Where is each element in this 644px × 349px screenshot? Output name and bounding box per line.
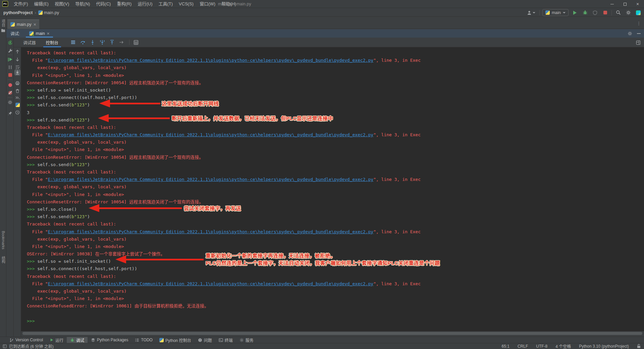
- soft-wrap-button[interactable]: [15, 64, 20, 70]
- horizontal-scrollbar[interactable]: [22, 332, 642, 335]
- debug-settings-button[interactable]: [7, 100, 13, 105]
- tool-window-button-Version Control[interactable]: Version Control: [6, 337, 46, 343]
- console-text: >>>: [27, 117, 37, 122]
- resume-program-button[interactable]: [7, 57, 13, 62]
- menu-item-编辑(E)[interactable]: 编辑(E): [31, 0, 52, 8]
- down-stack-frame-button[interactable]: [15, 57, 20, 62]
- close-icon[interactable]: ×: [47, 32, 50, 36]
- breadcrumb-project[interactable]: pythonProject: [3, 10, 33, 15]
- console-text: Traceback (most recent call last):: [27, 169, 116, 174]
- tool-window-settings-gear-icon[interactable]: [628, 31, 632, 36]
- hide-tool-window-icon[interactable]: [637, 33, 641, 34]
- traceback-file-link[interactable]: E:\program files\JetBrains\PyCharm Commu…: [48, 58, 374, 63]
- menu-item-视图(V)[interactable]: 视图(V): [52, 0, 72, 8]
- smart-step-into-button[interactable]: [99, 39, 106, 46]
- console-history-button[interactable]: [15, 110, 20, 115]
- sidebar-item-project[interactable]: 项目: [0, 19, 6, 33]
- console-line: >>> self.so.send(b"123"): [27, 213, 644, 220]
- menu-item-工具(T)[interactable]: 工具(T): [155, 0, 176, 8]
- stop-button[interactable]: [601, 9, 609, 16]
- view-breakpoints-button[interactable]: [7, 82, 13, 88]
- step-over-button[interactable]: [79, 39, 86, 46]
- rerun-button[interactable]: [7, 40, 13, 45]
- pycharm-logo-button[interactable]: [635, 9, 642, 16]
- menu-item-代码(C)[interactable]: 代码(C): [93, 0, 114, 8]
- sidebar-item-bookmarks[interactable]: Bookmarks: [0, 231, 6, 249]
- status-item[interactable]: 4 个空格: [555, 343, 571, 349]
- python-packages-button[interactable]: [15, 102, 20, 107]
- console-text: b"123": [71, 162, 87, 167]
- close-button[interactable]: ×: [631, 0, 644, 8]
- minimize-icon: [610, 4, 614, 4]
- step-into-button[interactable]: [89, 39, 96, 46]
- tab-调试器[interactable]: 调试器: [20, 38, 39, 47]
- status-message[interactable]: 已到达断点 (6 分钟 之前): [9, 343, 54, 349]
- search-everywhere-button[interactable]: [614, 9, 622, 16]
- title-bar: PC 文件(F)编辑(E)视图(V)导航(N)代码(C)重构(R)运行(U)工具…: [0, 0, 644, 8]
- menu-item-重构(R)[interactable]: 重构(R): [114, 0, 135, 8]
- modify-run-configuration-button[interactable]: [7, 48, 13, 53]
- minimize-button[interactable]: [606, 0, 619, 8]
- tab-options-icon[interactable]: ⋮: [637, 21, 641, 26]
- print-button[interactable]: [15, 81, 20, 86]
- debug-session-tab[interactable]: main ×: [26, 29, 53, 38]
- scroll-to-end-button[interactable]: [15, 70, 20, 75]
- tool-window-button-Python Packages[interactable]: Python Packages: [88, 337, 131, 343]
- menu-item-导航(N)[interactable]: 导航(N): [72, 0, 93, 8]
- tool-window-button-Python 控制台[interactable]: Python 控制台: [156, 337, 195, 343]
- up-stack-frame-button[interactable]: [15, 49, 20, 54]
- close-icon[interactable]: ×: [34, 22, 36, 27]
- debug-button[interactable]: [581, 9, 589, 16]
- lock-icon[interactable]: [637, 344, 641, 348]
- clear-console-button[interactable]: [15, 88, 20, 94]
- run-configuration-select[interactable]: main: [542, 9, 569, 16]
- console-menu-button[interactable]: [70, 39, 76, 46]
- sidebar-item-structure[interactable]: 结构: [0, 256, 6, 263]
- console-text: ", line 3, in Exec: [373, 281, 421, 286]
- annotation-text-1: 这里发送成功后断开网线: [162, 100, 219, 107]
- run-with-coverage-button[interactable]: [591, 9, 599, 16]
- run-button[interactable]: [571, 9, 579, 16]
- tool-window-button-运行[interactable]: 运行: [46, 337, 67, 343]
- run-to-cursor-button[interactable]: [118, 39, 125, 46]
- status-item[interactable]: UTF-8: [536, 344, 547, 349]
- layout-settings-icon[interactable]: [636, 40, 641, 45]
- debug-console-output[interactable]: Traceback (most recent call last): File …: [21, 47, 644, 331]
- menu-item-窗口(W)[interactable]: 窗口(W): [197, 0, 218, 8]
- tool-window-button-TODO[interactable]: TODO: [131, 337, 156, 343]
- status-item[interactable]: Python 3.10 (pythonProject): [579, 344, 629, 349]
- tool-window-switcher-icon[interactable]: [3, 344, 7, 348]
- stop-process-button[interactable]: [7, 72, 13, 78]
- pause-program-button[interactable]: [7, 64, 13, 70]
- python-file-icon: [10, 22, 15, 27]
- breadcrumb-file[interactable]: main.py: [44, 10, 59, 15]
- step-out-button[interactable]: [109, 39, 115, 46]
- menu-item-VCS(S)[interactable]: VCS(S): [176, 0, 197, 8]
- menu-item-运行(U)[interactable]: 运行(U): [135, 0, 155, 8]
- debug-header-label: 调试:: [10, 30, 20, 37]
- traceback-file-link[interactable]: E:\program files\JetBrains\PyCharm Commu…: [48, 281, 374, 286]
- pin-tab-button[interactable]: [7, 111, 13, 116]
- tab-控制台[interactable]: 控制台: [43, 38, 61, 47]
- tool-window-button-调试[interactable]: 调试: [67, 337, 88, 343]
- traceback-file-link[interactable]: E:\program files\JetBrains\PyCharm Commu…: [48, 229, 374, 234]
- tool-window-button-问题[interactable]: 问题: [195, 337, 215, 343]
- traceback-file-link[interactable]: E:\program files\JetBrains\PyCharm Commu…: [48, 132, 374, 137]
- annotation-text-4: 重新初始化一个新的套接字再连接，无法连接，被拒绝。PLC仍然连的是上一个套接字，…: [206, 252, 440, 267]
- tool-window-button-终端[interactable]: 终端: [215, 337, 236, 343]
- pycharm-app-icon: PC: [2, 1, 8, 7]
- command-prompt-button[interactable]: [15, 95, 20, 100]
- status-item[interactable]: CRLF: [518, 344, 528, 349]
- evaluate-expression-button[interactable]: [132, 39, 139, 46]
- console-line: [27, 310, 644, 317]
- status-item[interactable]: 65:1: [502, 344, 509, 349]
- user-account-button[interactable]: [526, 9, 537, 16]
- traceback-file-link[interactable]: E:\program files\JetBrains\PyCharm Commu…: [48, 177, 374, 182]
- mute-breakpoints-button[interactable]: [7, 90, 13, 95]
- tool-window-button-服务[interactable]: 服务: [236, 337, 257, 343]
- settings-button[interactable]: [625, 9, 632, 16]
- menu-item-文件(F)[interactable]: 文件(F): [11, 0, 31, 8]
- editor-tab-main-py[interactable]: main.py ×: [7, 19, 39, 29]
- maximize-button[interactable]: [619, 0, 631, 8]
- console-text: exec(exp, global_vars, local_vars): [27, 65, 126, 70]
